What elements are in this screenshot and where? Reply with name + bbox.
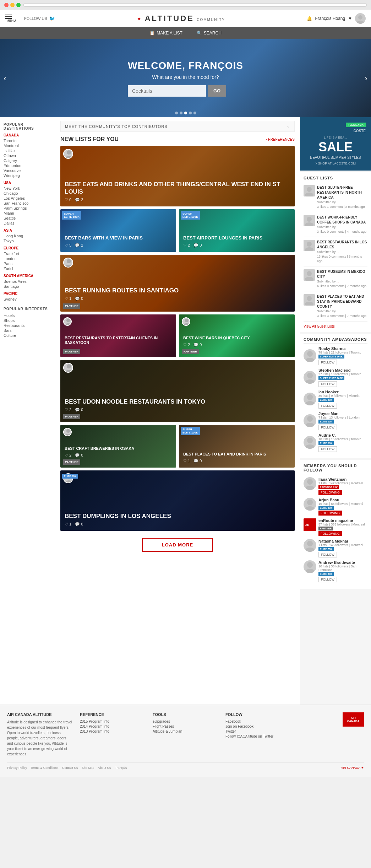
sidebar-sydney[interactable]: Sydney xyxy=(4,297,51,302)
footer-contact[interactable]: Contact Us xyxy=(62,766,78,770)
sidebar-ottawa[interactable]: Ottawa xyxy=(4,153,51,158)
view-all-guest-lists[interactable]: View All Guest Lists xyxy=(304,324,367,328)
list-card-quebec[interactable]: PARTNER BEST WINE BARS IN QUEBEC CITY ♡ … xyxy=(179,314,295,357)
menu-button[interactable]: MENU xyxy=(5,15,17,22)
footer-ref-2013[interactable]: 2013 Program Info xyxy=(80,729,146,733)
footer-terms[interactable]: Terms & Conditions xyxy=(31,766,58,770)
sidebar-palmsprings[interactable]: Palm Springs xyxy=(4,206,51,211)
sidebar-dallas[interactable]: Dallas xyxy=(4,221,51,226)
follow-andrew-button[interactable]: FOLLOW xyxy=(318,577,337,582)
follow-audrie-button[interactable]: FOLLOW xyxy=(318,446,337,452)
sidebar-toronto[interactable]: Toronto xyxy=(4,138,51,143)
sidebar-edmonton[interactable]: Edmonton xyxy=(4,163,51,168)
footer-tools-jumplan[interactable]: Altitude & Jumplan xyxy=(153,729,218,733)
footer-twitter[interactable]: Twitter xyxy=(225,729,291,733)
footer-tools-flightpasses[interactable]: Flight Passes xyxy=(153,724,218,728)
hero-dot-4[interactable] xyxy=(189,112,192,114)
follow-rocky-button[interactable]: FOLLOW xyxy=(318,360,337,365)
sidebar-seattle[interactable]: Seattle xyxy=(4,216,51,221)
hero-dot-3[interactable] xyxy=(184,112,187,114)
sidebar-calgary[interactable]: Calgary xyxy=(4,158,51,163)
sidebar-chicago[interactable]: Chicago xyxy=(4,191,51,196)
sidebar-losangeles[interactable]: Los Angeles xyxy=(4,196,51,201)
sidebar-vancouver[interactable]: Vancouver xyxy=(4,168,51,173)
guest-list-item-2[interactable]: BEST WORK-FRIENDLY COFFEE SHOPS IN CANAD… xyxy=(304,215,367,237)
sidebar-shops[interactable]: Shops xyxy=(4,318,51,323)
contributors-banner[interactable]: MEET THE COMMUNITY'S TOP CONTRIBUTORS ⌄ xyxy=(60,121,295,132)
footer-tools-eupgrades[interactable]: eUpgrades xyxy=(153,719,218,723)
follow-ian-button[interactable]: FOLLOW xyxy=(318,403,337,409)
sidebar-paris[interactable]: Paris xyxy=(4,261,51,266)
sidebar-tokyo[interactable]: Tokyo xyxy=(4,238,51,243)
user-dropdown-icon[interactable]: ▼ xyxy=(348,16,352,21)
hero-dot-1[interactable] xyxy=(175,112,178,114)
hero-dot-5[interactable] xyxy=(193,112,196,114)
search-link[interactable]: 🔍 SEARCH xyxy=(197,31,222,36)
list-card-airport-paris[interactable]: SUPERELITE 100K BEST AIRPORT LOUNGES IN … xyxy=(179,209,295,252)
guest-list-item-1[interactable]: BEST GLUTEN-FREE RESTAURANTS IN NORTH AM… xyxy=(304,185,367,212)
ad-banner[interactable]: FEEDBACK COSTE LIFE IS A BEA... SALE BEA… xyxy=(300,117,371,171)
footer-ref-2014[interactable]: 2014 Program Info xyxy=(80,724,146,728)
minimize-dot[interactable] xyxy=(10,3,15,7)
following-ilana-button[interactable]: FOLLOWING xyxy=(318,490,342,495)
sidebar-restaurants[interactable]: Restaurants xyxy=(4,323,51,328)
close-dot[interactable] xyxy=(4,3,9,7)
sidebar-hotels[interactable]: Hotels xyxy=(4,313,51,318)
sidebar-buenosaires[interactable]: Buenos Aires xyxy=(4,279,51,284)
twitter-icon[interactable]: 🐦 xyxy=(49,16,55,21)
user-avatar[interactable] xyxy=(355,13,366,24)
footer-facebook[interactable]: Facebook xyxy=(225,719,291,723)
list-card-saskatoon[interactable]: PARTNER BEST RESTAURANTS TO ENTERTAIN CL… xyxy=(60,314,176,357)
sidebar-halifax[interactable]: Halifax xyxy=(4,148,51,153)
sidebar-culture[interactable]: Culture xyxy=(4,333,51,338)
sidebar-hongkong[interactable]: Hong Kong xyxy=(4,233,51,238)
hero-dot-2[interactable] xyxy=(180,112,182,114)
list-card-paris-food[interactable]: SUPERELITE 100K BEST PLACES TO EAT AND D… xyxy=(179,425,295,468)
follow-joyce-button[interactable]: FOLLOW xyxy=(318,425,337,430)
sidebar-zurich[interactable]: Zurich xyxy=(4,266,51,271)
sidebar-london[interactable]: London xyxy=(4,256,51,261)
hero-prev-arrow[interactable]: ‹ xyxy=(4,73,6,83)
sidebar-sanfrancisco[interactable]: San Francisco xyxy=(4,201,51,206)
sidebar-santiago[interactable]: Santiago xyxy=(4,284,51,289)
list-card-osaka[interactable]: PARTNER BEST CRAFT BREWERIES IN OSAKA ♡ … xyxy=(60,425,176,468)
guest-list-item-3[interactable]: BEST RESTAURANTS IN LOS ANGELES Submitte… xyxy=(304,240,367,266)
maximize-dot[interactable] xyxy=(16,3,21,7)
footer-about[interactable]: About Us xyxy=(98,766,111,770)
hero-go-button[interactable]: GO xyxy=(208,85,226,97)
following-enroute-button[interactable]: FOLLOWING xyxy=(318,531,342,536)
footer-francais[interactable]: Français xyxy=(115,766,127,770)
user-name[interactable]: François Hoang xyxy=(315,16,345,21)
list-card-dumplings-la[interactable]: ELITE 50K BEST DUMPLINGS IN LOS ANGELES … xyxy=(60,470,295,531)
following-arjun-button[interactable]: FOLLOWING xyxy=(318,511,342,516)
footer-sitemap[interactable]: Site Map xyxy=(82,766,94,770)
ad-feedback-tag[interactable]: FEEDBACK xyxy=(346,123,366,127)
guest-list-item-5[interactable]: BEST PLACES TO EAT AND STAY IN PRINCE ED… xyxy=(304,294,367,321)
list-card-stlouis[interactable]: BEST EATS AND DRINKS AND OTHER THINGS/CE… xyxy=(60,146,295,206)
sidebar-montreal[interactable]: Montreal xyxy=(4,143,51,148)
sidebar-winnipeg[interactable]: Winnipeg xyxy=(4,173,51,178)
preferences-link[interactable]: ~ PREFERENCES xyxy=(265,138,295,141)
sidebar-miami[interactable]: Miami xyxy=(4,211,51,216)
contributors-expand-icon[interactable]: ⌄ xyxy=(287,124,290,129)
sidebar-newyork[interactable]: New York xyxy=(4,186,51,191)
hero-next-arrow[interactable]: › xyxy=(365,73,367,83)
follow-stephen-button[interactable]: FOLLOW xyxy=(318,381,337,387)
sidebar-frankfurt[interactable]: Frankfurt xyxy=(4,251,51,256)
footer-follow-twitter[interactable]: Follow @ACAltitude on Twitter xyxy=(225,734,291,738)
hero-search-input[interactable] xyxy=(128,85,206,97)
list-card-paris-bars[interactable]: SUPERELITE 100K BEST BARS WITH A VIEW IN… xyxy=(60,209,176,252)
footer-ref-2015[interactable]: 2015 Program Info xyxy=(80,719,146,723)
ad-cta[interactable]: > SHOP AT LACOSTE.COM xyxy=(305,162,366,165)
footer-privacy[interactable]: Privacy Policy xyxy=(7,766,27,770)
follow-natasha-button[interactable]: FOLLOW xyxy=(318,552,337,557)
guest-list-item-4[interactable]: BEST MUSEUMS IN MEXICO CITY Submitted by… xyxy=(304,269,367,291)
sidebar-bars[interactable]: Bars xyxy=(4,328,51,333)
notification-icon[interactable]: 🔔 xyxy=(307,16,312,21)
list-card-santiago[interactable]: PARTNER BEST RUNNING ROUTES IN SANTIAGO … xyxy=(60,255,295,312)
footer-join-facebook[interactable]: Join on Facebook xyxy=(225,724,291,728)
list-card-udon-tokyo[interactable]: PARTNER BEST UDON NOODLE RESTAURANTS IN … xyxy=(60,360,295,422)
url-bar[interactable] xyxy=(23,3,367,7)
load-more-button[interactable]: LOAD MORE xyxy=(142,538,213,552)
make-a-list-link[interactable]: 📋 MAKE A LIST xyxy=(149,31,182,36)
